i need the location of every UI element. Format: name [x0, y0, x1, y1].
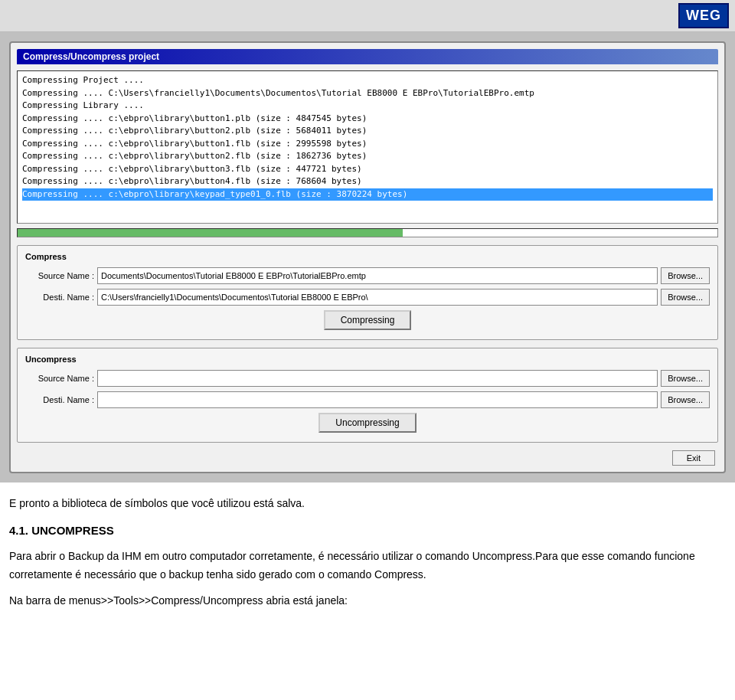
dialog-box: Compress/Uncompress project Compressing …	[9, 41, 726, 473]
progress-bar-container	[17, 228, 718, 237]
compress-section: Compress Source Name : Browse... Desti. …	[17, 245, 718, 340]
compress-source-label: Source Name :	[25, 271, 94, 280]
log-area: Compressing Project ....Compressing ....…	[17, 70, 718, 224]
compress-dest-label: Desti. Name :	[25, 293, 94, 302]
uncompress-section-title: Uncompress	[25, 355, 710, 364]
exit-button[interactable]: Exit	[672, 450, 715, 466]
uncompress-source-label: Source Name :	[25, 374, 94, 383]
compress-section-title: Compress	[25, 252, 710, 261]
paragraph2: Para abrir o Backup da IHM em outro comp…	[9, 548, 726, 584]
uncompressing-button[interactable]: Uncompressing	[318, 413, 416, 433]
weg-logo: WEG	[678, 3, 729, 28]
top-bar: WEG	[0, 0, 735, 32]
exit-button-row: Exit	[17, 450, 718, 466]
uncompress-dest-label: Desti. Name :	[25, 395, 94, 404]
uncompress-dest-browse-button[interactable]: Browse...	[661, 391, 710, 408]
compress-dest-browse-button[interactable]: Browse...	[661, 289, 710, 306]
uncompress-source-row: Source Name : Browse...	[25, 370, 710, 387]
compress-dest-row: Desti. Name : Browse...	[25, 289, 710, 306]
dialog-title: Compress/Uncompress project	[17, 49, 718, 64]
compress-dest-input[interactable]	[97, 289, 658, 306]
uncompress-dest-input[interactable]	[97, 391, 658, 408]
uncompress-dest-row: Desti. Name : Browse...	[25, 391, 710, 408]
uncompress-source-input[interactable]	[97, 370, 658, 387]
screenshot-container: Compress/Uncompress project Compressing …	[0, 32, 735, 482]
compressing-button[interactable]: Compressing	[324, 310, 412, 330]
paragraph1: E pronto a biblioteca de símbolos que vo…	[9, 495, 726, 513]
uncompress-source-browse-button[interactable]: Browse...	[661, 370, 710, 387]
compress-source-input[interactable]	[97, 267, 658, 284]
text-content: E pronto a biblioteca de símbolos que vo…	[0, 482, 735, 624]
paragraph3: Na barra de menus>>Tools>>Compress/Uncom…	[9, 592, 726, 610]
compress-source-browse-button[interactable]: Browse...	[661, 267, 710, 284]
uncompress-section: Uncompress Source Name : Browse... Desti…	[17, 348, 718, 443]
progress-bar-fill	[18, 229, 403, 237]
section-heading: 4.1. UNCOMPRESS	[9, 521, 726, 541]
compress-source-row: Source Name : Browse...	[25, 267, 710, 284]
